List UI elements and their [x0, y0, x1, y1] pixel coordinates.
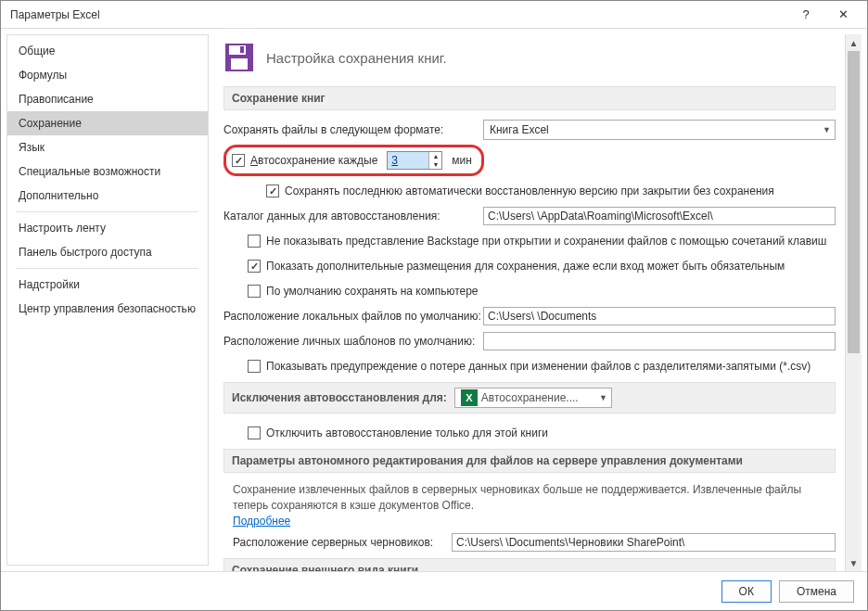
nav-quick-access[interactable]: Панель быстрого доступа — [7, 240, 208, 264]
svg-rect-3 — [240, 46, 244, 53]
catalog-input[interactable]: C:\Users\ \AppData\Roaming\Microsoft\Exc… — [483, 207, 836, 225]
no-backstage-label: Не показывать представление Backstage пр… — [266, 235, 826, 248]
row-save-to-pc: По умолчанию сохранять на компьютере — [248, 281, 836, 301]
save-to-pc-checkbox[interactable] — [248, 285, 261, 298]
close-button[interactable]: ✕ — [824, 2, 862, 28]
offline-note-line2: теперь сохраняются в кэше документов Off… — [233, 499, 474, 512]
row-no-backstage: Не показывать представление Backstage пр… — [248, 231, 836, 251]
section-save-books: Сохранение книг — [223, 86, 836, 110]
chevron-down-icon: ▼ — [823, 125, 831, 134]
spin-up[interactable]: ▲ — [429, 152, 441, 160]
keep-last-checkbox[interactable] — [266, 185, 279, 197]
scroll-track[interactable] — [846, 51, 862, 554]
row-show-additional: Показать дополнительные размещения для с… — [248, 256, 836, 276]
workbook-select[interactable]: X Автосохранение.... ▼ — [454, 388, 612, 408]
cancel-button[interactable]: Отмена — [779, 580, 854, 603]
nav-proofing[interactable]: Правописание — [7, 87, 208, 111]
excel-icon: X — [461, 389, 478, 406]
nav-customize-ribbon[interactable]: Настроить ленту — [7, 216, 208, 240]
dialog-body: Общие Формулы Правописание Сохранение Яз… — [1, 29, 867, 571]
row-disable-autorecover: Отключить автовосстановление только для … — [248, 423, 836, 443]
show-additional-checkbox[interactable] — [248, 260, 261, 273]
autosave-checkbox[interactable] — [232, 154, 245, 167]
nav-formulas[interactable]: Формулы — [7, 63, 208, 87]
row-keep-last: Сохранять последнюю автоматически восста… — [266, 181, 836, 201]
templates-path-label: Расположение личных шаблонов по умолчани… — [223, 335, 483, 348]
nav-advanced[interactable]: Дополнительно — [7, 184, 208, 208]
drafts-label: Расположение серверных черновиков: — [233, 536, 452, 549]
local-path-label: Расположение локальных файлов по умолчан… — [223, 310, 483, 323]
autosave-unit: мин — [452, 154, 472, 167]
nav-save[interactable]: Сохранение — [7, 111, 208, 135]
scroll-up-icon[interactable]: ▲ — [846, 34, 862, 51]
nav-general[interactable]: Общие — [7, 39, 208, 63]
excel-options-dialog: Параметры Excel ? ✕ Общие Формулы Правоп… — [0, 0, 868, 611]
scroll-thumb[interactable] — [848, 51, 860, 353]
save-to-pc-label: По умолчанию сохранять на компьютере — [266, 285, 479, 298]
ok-button[interactable]: ОК — [721, 580, 772, 603]
offline-note: Сохранение извлеченных файлов в серверны… — [233, 482, 836, 528]
row-catalog: Каталог данных для автовосстановления: C… — [223, 206, 836, 226]
local-path-input[interactable]: C:\Users\ \Documents — [483, 307, 836, 325]
autosave-label: ААвтосохранение каждыевтосохранение кажд… — [250, 154, 377, 167]
disable-autorecover-checkbox[interactable] — [248, 426, 261, 439]
nav-divider-1 — [17, 211, 198, 212]
nav-accessibility[interactable]: Специальные возможности — [7, 159, 208, 184]
section-appearance: Сохранение внешнего вида книги — [223, 558, 836, 571]
autosave-value: 3 — [388, 152, 428, 169]
dialog-footer: ОК Отмена — [1, 571, 867, 610]
row-autosave: ААвтосохранение каждыевтосохранение кажд… — [223, 145, 836, 176]
row-drafts-path: Расположение серверных черновиков: C:\Us… — [223, 532, 836, 553]
format-select[interactable]: Книга Excel ▼ — [483, 120, 836, 140]
csv-warning-label: Показывать предупреждение о потере данны… — [266, 360, 811, 373]
main-content: Настройка сохранения книг. Сохранение кн… — [209, 34, 845, 571]
section-offline-edit: Параметры автономного редактирования для… — [223, 449, 836, 473]
chevron-down-icon: ▼ — [599, 393, 607, 402]
workbook-value: Автосохранение.... — [481, 391, 579, 404]
save-icon — [223, 42, 255, 73]
autosave-highlight: ААвтосохранение каждыевтосохранение кажд… — [223, 145, 484, 176]
section-autorecover-except: Исключения автовосстановления для: X Авт… — [223, 382, 836, 414]
row-templates-path: Расположение личных шаблонов по умолчани… — [223, 331, 836, 351]
nav-divider-2 — [17, 268, 198, 269]
spinner-buttons: ▲ ▼ — [428, 152, 441, 169]
nav-language[interactable]: Язык — [7, 135, 208, 159]
page-header: Настройка сохранения книг. — [223, 42, 836, 73]
vertical-scrollbar[interactable]: ▲ ▼ — [845, 34, 862, 571]
nav-addins[interactable]: Надстройки — [7, 273, 208, 297]
window-title: Параметры Excel — [10, 8, 787, 21]
svg-rect-2 — [231, 58, 248, 70]
show-additional-label: Показать дополнительные размещения для с… — [266, 260, 785, 273]
templates-path-input[interactable] — [483, 332, 836, 350]
sidebar: Общие Формулы Правописание Сохранение Яз… — [6, 34, 209, 566]
titlebar: Параметры Excel ? ✕ — [1, 1, 867, 29]
catalog-label: Каталог данных для автовосстановления: — [223, 210, 483, 223]
scroll-down-icon[interactable]: ▼ — [846, 554, 862, 571]
format-value: Книга Excel — [490, 123, 549, 136]
csv-warning-checkbox[interactable] — [248, 360, 261, 373]
main-panel: Настройка сохранения книг. Сохранение кн… — [209, 34, 862, 571]
format-label: Сохранять файлы в следующем формате: — [223, 123, 483, 136]
no-backstage-checkbox[interactable] — [248, 235, 261, 248]
page-title: Настройка сохранения книг. — [266, 50, 447, 66]
row-file-format: Сохранять файлы в следующем формате: Кни… — [223, 120, 836, 140]
drafts-input[interactable]: C:\Users\ \Documents\Черновики SharePoin… — [452, 533, 836, 552]
disable-autorecover-label: Отключить автовосстановление только для … — [266, 426, 548, 439]
offline-note-line1: Сохранение извлеченных файлов в серверны… — [233, 483, 801, 496]
autosave-minutes-input[interactable]: 3 ▲ ▼ — [387, 151, 442, 170]
keep-last-label: Сохранять последнюю автоматически восста… — [285, 185, 774, 197]
learn-more-link[interactable]: Подробнее — [233, 515, 290, 528]
spin-down[interactable]: ▼ — [429, 160, 441, 169]
autorecover-except-label: Исключения автовосстановления для: — [232, 391, 447, 404]
row-csv-warning: Показывать предупреждение о потере данны… — [248, 356, 836, 376]
row-local-path: Расположение локальных файлов по умолчан… — [223, 306, 836, 326]
nav-trust-center[interactable]: Центр управления безопасностью — [7, 297, 208, 321]
help-button[interactable]: ? — [787, 2, 824, 28]
